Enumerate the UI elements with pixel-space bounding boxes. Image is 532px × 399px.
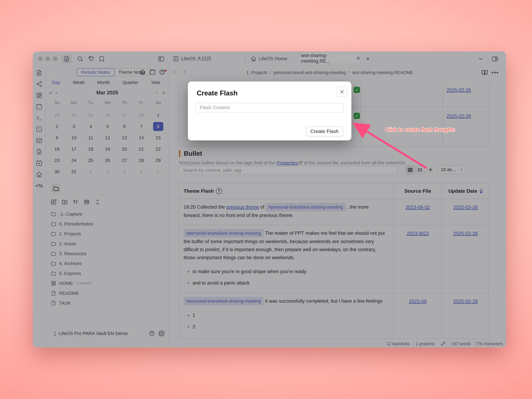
modal-title: Create Flash xyxy=(197,89,238,97)
create-flash-button[interactable]: Create Flash xyxy=(306,127,343,136)
create-flash-modal: Create Flash Create Flash xyxy=(188,82,351,140)
annotation-text: Click to create flash thoughts xyxy=(385,127,455,133)
flash-content-input[interactable] xyxy=(196,103,344,112)
app-window: LifeOS 大日历 LifeOS Home wot-sharing-meeti… xyxy=(33,51,506,348)
close-icon[interactable] xyxy=(337,87,347,97)
desktop: LifeOS 大日历 LifeOS Home wot-sharing-meeti… xyxy=(0,0,532,399)
